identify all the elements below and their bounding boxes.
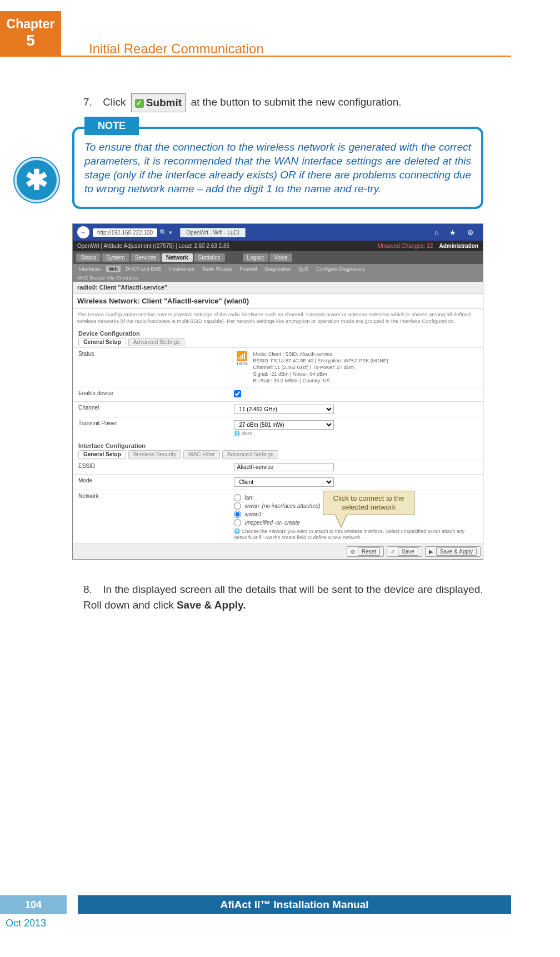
tab-status[interactable]: Status xyxy=(76,253,101,262)
device-config-tabs: General Setup Advanced Settings xyxy=(73,337,483,347)
config-description: The Device Configuration section covers … xyxy=(73,309,483,327)
button-bar: ⊘ Reset ✓ Save ▶ Save & Apply xyxy=(73,544,483,559)
tab-voice[interactable]: Voice xyxy=(269,253,292,262)
note-body: To ensure that the connection to the wir… xyxy=(72,127,483,209)
router-screenshot: ← http://192.168.222.100 🔍 ▾ OpenWrt - W… xyxy=(72,223,483,560)
subtab-diagnostics[interactable]: Diagnostics xyxy=(262,266,293,272)
devtab-general[interactable]: General Setup xyxy=(78,338,126,346)
status-text: Mode: Client | SSID: AfiactII-service BS… xyxy=(253,351,388,384)
admin-link[interactable]: Administration xyxy=(439,243,478,249)
ifacetab-security[interactable]: Wireless Security xyxy=(128,450,181,458)
manual-title: AfiAct II™ Installation Manual xyxy=(78,895,511,914)
mode-label: Mode xyxy=(73,475,228,490)
save-apply-button[interactable]: ▶ Save & Apply xyxy=(425,546,481,557)
iface-config-tabs: General Setup Wireless Security MAC-Filt… xyxy=(73,449,483,460)
channel-label: Channel xyxy=(73,402,228,417)
step-8: 8. In the displayed screen all the detai… xyxy=(83,582,483,613)
step8-number: 8. xyxy=(83,582,100,597)
tab-network[interactable]: Network xyxy=(162,253,192,262)
essid-input[interactable] xyxy=(234,463,334,471)
iface-config-title: Interface Configuration xyxy=(73,439,483,449)
enable-label: Enable device xyxy=(73,387,228,402)
mac-overrides-line[interactable]: MAC Device Info Overrides xyxy=(73,274,483,282)
devtab-advanced[interactable]: Advanced Settings xyxy=(128,338,184,346)
page-number: 104 xyxy=(0,895,67,914)
enable-device-checkbox[interactable] xyxy=(234,390,241,397)
sub-tabs: Interfaces Wifi DHCP and DNS Hostnames S… xyxy=(73,264,483,274)
footer: 104 AfiAct II™ Installation Manual Oct 2… xyxy=(0,895,511,929)
subtab-static-routes[interactable]: Static Routes xyxy=(199,266,235,272)
note-container: ✱ NOTE To ensure that the connection to … xyxy=(72,127,483,209)
net-radio-unspecified[interactable] xyxy=(234,519,241,526)
search-icon[interactable]: 🔍 ▾ xyxy=(159,229,172,236)
note-tab: NOTE xyxy=(84,117,139,135)
step7-number: 7. xyxy=(83,94,100,110)
status-label: Status xyxy=(73,348,228,387)
subtab-interfaces[interactable]: Interfaces xyxy=(76,266,104,272)
essid-label: ESSID xyxy=(73,460,228,475)
step8-text-a: In the displayed screen all the details … xyxy=(83,584,483,611)
step7-text-pre: Click xyxy=(103,96,126,108)
callout-bubble: Click to connect to the selected network xyxy=(323,491,414,515)
subtab-config-diag[interactable]: Configure Diagnostics xyxy=(313,266,368,272)
window-icons[interactable]: ⌂ ★ ⚙ xyxy=(434,228,478,237)
device-config-table: Status 📶100% Mode: Client | SSID: Afiact… xyxy=(73,347,483,439)
txpower-label: Transmit Power xyxy=(73,417,228,440)
wireless-network-title: Wireless Network: Client "AfiactII-servi… xyxy=(73,293,483,309)
channel-select[interactable]: 11 (2.462 GHz) xyxy=(234,405,334,414)
net-radio-lan[interactable] xyxy=(234,494,241,501)
subtab-qos[interactable]: QoS xyxy=(296,266,311,272)
subtab-wifi[interactable]: Wifi xyxy=(106,266,121,272)
note-asterisk-icon: ✱ xyxy=(17,160,57,200)
txpower-unit: dBm xyxy=(242,431,252,436)
ifacetab-general[interactable]: General Setup xyxy=(78,450,126,458)
section-title: Initial Reader Communication xyxy=(89,41,264,57)
iface-config-table: ESSID Mode Client Network lan: wwan: (no… xyxy=(73,460,483,544)
submit-button-inline[interactable]: ✓Submit xyxy=(131,93,186,112)
submit-label: Submit xyxy=(146,97,182,108)
net-radio-wwan[interactable] xyxy=(234,502,241,510)
subtab-dhcp[interactable]: DHCP and DNS xyxy=(123,266,164,272)
tab-statistics[interactable]: Statistics xyxy=(194,253,225,262)
tab-system[interactable]: System xyxy=(102,253,129,262)
radio0-header: radio0: Client "AfiactII-service" xyxy=(73,282,483,293)
step-7: 7. Click ✓Submit at the button to submit… xyxy=(83,93,483,112)
mode-select[interactable]: Client xyxy=(234,477,334,487)
check-icon: ✓ xyxy=(135,99,144,108)
tab-logout[interactable]: Logout xyxy=(243,253,269,262)
chapter-tab: Chapter 5 xyxy=(0,11,61,56)
chapter-number: 5 xyxy=(0,32,61,49)
subtab-firewall[interactable]: Firewall xyxy=(237,266,259,272)
chapter-label: Chapter xyxy=(0,17,61,32)
step7-text-post: at the button to submit the new configur… xyxy=(191,96,401,108)
unsaved-changes[interactable]: Unsaved Changes: 12 xyxy=(378,243,433,249)
luci-header: OpenWrt | Attitude Adjustment (r27575) |… xyxy=(73,241,483,251)
url-bar[interactable]: http://192.168.222.100 xyxy=(93,228,157,237)
ifacetab-advanced[interactable]: Advanced Settings xyxy=(222,450,278,458)
luci-breadcrumb: OpenWrt | Attitude Adjustment (r27575) |… xyxy=(77,243,229,249)
step8-bold: Save & Apply. xyxy=(177,599,246,611)
txpower-select[interactable]: 27 dBm (501 mW) xyxy=(234,420,334,430)
browser-titlebar: ← http://192.168.222.100 🔍 ▾ OpenWrt - W… xyxy=(73,224,483,241)
reset-button[interactable]: ⊘ Reset xyxy=(347,546,384,557)
ifacetab-macfilter[interactable]: MAC-Filter xyxy=(183,450,220,458)
network-label: Network xyxy=(73,490,228,544)
subtab-hostnames[interactable]: Hostnames xyxy=(166,266,197,272)
net-radio-wwan1[interactable] xyxy=(234,511,241,518)
footer-date: Oct 2013 xyxy=(6,918,511,929)
back-icon[interactable]: ← xyxy=(77,226,89,238)
signal-icon: 📶100% xyxy=(234,351,249,384)
network-hint: 🌐 Choose the network you want to attach … xyxy=(234,529,477,541)
save-button[interactable]: ✓ Save xyxy=(387,546,422,557)
device-config-title: Device Configuration xyxy=(73,327,483,337)
main-tabs: Status System Services Network Statistic… xyxy=(73,251,483,264)
tab-services[interactable]: Services xyxy=(131,253,161,262)
browser-tab[interactable]: OpenWrt - Wifi - LuCI xyxy=(180,228,245,237)
